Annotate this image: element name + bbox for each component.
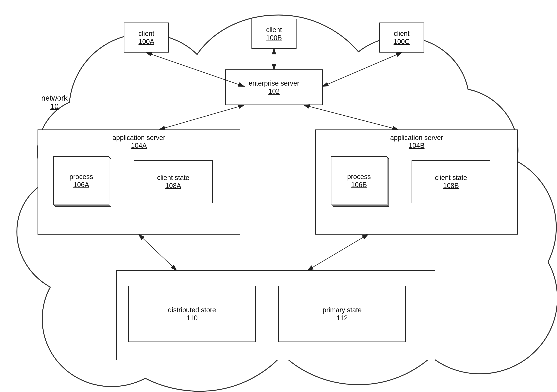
process-106a-stacked: process 106A xyxy=(53,156,113,209)
client-100b-box: client 100B xyxy=(252,19,296,49)
enterprise-server-box: enterprise server 102 xyxy=(225,69,323,105)
primary-state-112-box: primary state 112 xyxy=(278,286,406,342)
client-100c-box: client 100C xyxy=(379,23,424,53)
client-state-108b-box: client state 108B xyxy=(411,160,490,203)
client-state-108a-box: client state 108A xyxy=(134,160,213,203)
bottom-container: distributed store 110 primary state 112 xyxy=(116,270,435,360)
distributed-store-110-box: distributed store 110 xyxy=(128,286,256,342)
diagram-container: network 10 client 100A client 100B clien… xyxy=(0,0,557,392)
client-100a-box: client 100A xyxy=(124,23,169,53)
app-server-104b-container: application server 104B process 106B cli… xyxy=(315,130,518,235)
process-106b-stacked: process 106B xyxy=(331,156,391,209)
app-server-104a-container: application server 104A process 106A cli… xyxy=(38,130,240,235)
network-label: network 10 xyxy=(41,94,67,111)
